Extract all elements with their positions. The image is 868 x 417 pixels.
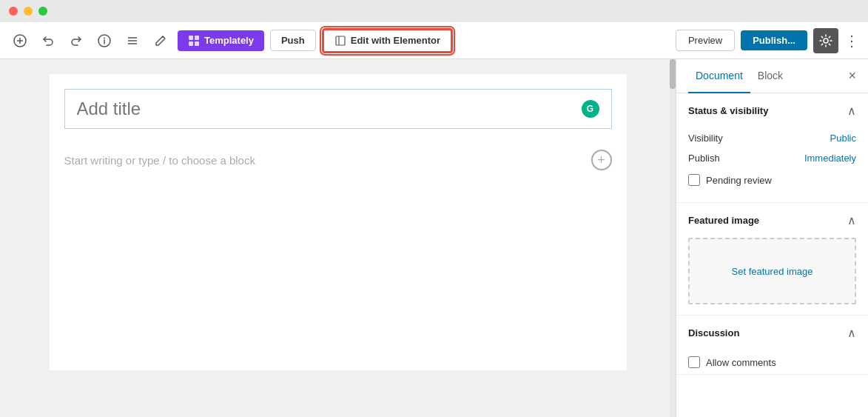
content-placeholder-area: Start writing or type / to choose a bloc… [64, 144, 612, 176]
templately-label: Templately [204, 35, 254, 46]
add-block-toolbar-button[interactable] [9, 30, 31, 52]
title-input[interactable] [77, 99, 582, 119]
pending-review-checkbox[interactable] [688, 174, 700, 186]
pen-button[interactable] [149, 30, 172, 52]
status-visibility-toggle-icon: ∧ [847, 104, 856, 118]
preview-label: Preview [688, 35, 722, 46]
visibility-value[interactable]: Public [830, 133, 856, 144]
push-label: Push [281, 35, 305, 46]
editor-canvas: G Start writing or type / to choose a bl… [50, 74, 627, 370]
featured-image-toggle-icon: ∧ [847, 213, 856, 227]
add-block-inline-button[interactable]: + [591, 150, 612, 170]
visibility-label: Visibility [688, 133, 723, 144]
featured-image-section: Featured image ∧ Set featured image [676, 203, 868, 316]
publish-label: Publish... [753, 35, 795, 46]
svg-rect-11 [189, 41, 193, 46]
list-view-button[interactable] [121, 30, 144, 52]
featured-image-title: Featured image [688, 215, 759, 226]
publish-value[interactable]: Immediately [804, 153, 856, 164]
discussion-header[interactable]: Discussion ∧ [676, 316, 868, 350]
allow-comments-checkbox[interactable] [688, 356, 700, 368]
toolbar-left: Templately Push Edit with Elementor [9, 28, 670, 53]
minimize-button[interactable] [24, 7, 33, 16]
info-button[interactable] [93, 30, 115, 52]
set-featured-image-label: Set featured image [732, 266, 813, 277]
main-layout: G Start writing or type / to choose a bl… [0, 59, 868, 417]
edit-with-elementor-button[interactable]: Edit with Elementor [322, 28, 453, 53]
publish-label: Publish [688, 153, 720, 164]
push-button[interactable]: Push [270, 30, 316, 51]
title-bar [0, 0, 868, 22]
status-visibility-header[interactable]: Status & visibility ∧ [676, 93, 868, 128]
publish-button[interactable]: Publish... [741, 30, 807, 50]
toolbar-right: Preview Publish... ⋮ [676, 28, 859, 53]
editor-area: G Start writing or type / to choose a bl… [0, 59, 676, 417]
redo-button[interactable] [65, 30, 87, 52]
more-options-button[interactable]: ⋮ [844, 32, 859, 50]
status-visibility-section: Status & visibility ∧ Visibility Public … [676, 93, 868, 203]
set-featured-image-button[interactable]: Set featured image [688, 238, 856, 304]
svg-point-5 [104, 37, 105, 39]
svg-rect-12 [195, 41, 199, 46]
allow-comments-row: Allow comments [676, 350, 868, 374]
tab-document[interactable]: Document [688, 59, 750, 93]
svg-rect-9 [189, 36, 193, 40]
status-visibility-content: Visibility Public Publish Immediately Pe… [676, 128, 868, 202]
discussion-section: Discussion ∧ Allow comments [676, 316, 868, 375]
tab-block[interactable]: Block [750, 59, 790, 93]
svg-rect-10 [195, 36, 199, 40]
grammarly-icon: G [582, 100, 599, 118]
toolbar: Templately Push Edit with Elementor Prev… [0, 22, 868, 59]
maximize-button[interactable] [38, 7, 47, 16]
sidebar-tabs: Document Block × [676, 59, 868, 93]
svg-point-15 [824, 39, 828, 43]
preview-button[interactable]: Preview [676, 30, 735, 51]
pending-review-row: Pending review [688, 168, 856, 192]
sidebar: Document Block × Status & visibility ∧ V… [676, 59, 868, 417]
settings-button[interactable] [813, 28, 838, 53]
discussion-toggle-icon: ∧ [847, 326, 856, 340]
publish-row: Publish Immediately [688, 148, 856, 168]
templately-button[interactable]: Templately [178, 30, 264, 51]
scroll-thumb[interactable] [670, 59, 676, 89]
content-placeholder: Start writing or type / to choose a bloc… [64, 154, 255, 167]
title-input-area: G [64, 89, 612, 129]
svg-rect-13 [336, 36, 345, 45]
more-icon: ⋮ [844, 32, 859, 50]
pending-review-label: Pending review [706, 175, 772, 186]
undo-button[interactable] [37, 30, 59, 52]
featured-image-header[interactable]: Featured image ∧ [676, 203, 868, 238]
allow-comments-label: Allow comments [706, 357, 776, 368]
sidebar-close-button[interactable]: × [848, 68, 856, 84]
discussion-title: Discussion [688, 327, 739, 338]
visibility-row: Visibility Public [688, 128, 856, 148]
status-visibility-title: Status & visibility [688, 105, 768, 116]
close-button[interactable] [9, 7, 18, 16]
elementor-label: Edit with Elementor [351, 35, 440, 46]
scrollbar[interactable] [670, 59, 676, 417]
